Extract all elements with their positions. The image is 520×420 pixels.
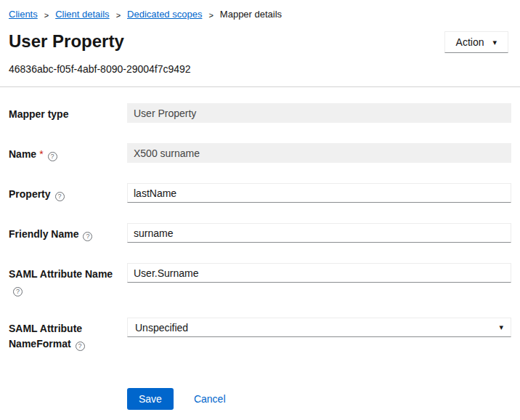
breadcrumb-link-dedicated-scopes[interactable]: Dedicated scopes [127, 9, 202, 20]
field-label: Friendly Name? [9, 223, 127, 242]
breadcrumb-link-clients[interactable]: Clients [9, 9, 38, 20]
help-icon[interactable]: ? [55, 192, 65, 201]
saml-attribute-name-input[interactable] [127, 263, 511, 283]
page-title: User Property [9, 31, 124, 52]
caret-down-icon: ▾ [499, 323, 503, 331]
help-icon[interactable]: ? [48, 152, 57, 161]
required-asterisk: * [39, 148, 43, 160]
breadcrumb-current-mapper-details: Mapper details [220, 9, 282, 20]
saml-attribute-nameformat-select[interactable]: Unspecified ▾ [127, 318, 511, 337]
form-field-mapper-type: Mapper type [9, 103, 511, 123]
field-label-text: Friendly Name [9, 228, 78, 240]
caret-down-icon: ▾ [492, 39, 497, 47]
action-menu-label: Action [456, 36, 484, 48]
page-header: User Property Action ▾ [0, 27, 520, 53]
breadcrumb: Clients > Client details > Dedicated sco… [0, 0, 520, 27]
mapper-id: 46836abc-f05f-4abf-8090-29004f7c9492 [0, 53, 520, 75]
breadcrumb-link-client-details[interactable]: Client details [55, 9, 109, 20]
form-field-saml-attribute-name: SAML Attribute Name? [9, 263, 511, 297]
field-label-text: Property [9, 188, 51, 200]
breadcrumb-separator-icon: > [116, 11, 121, 20]
help-icon[interactable]: ? [13, 287, 23, 296]
form-field-name: Name*? [9, 143, 511, 163]
field-label: SAML Attribute NameFormat? [9, 318, 127, 352]
field-label-text: Mapper type [9, 108, 68, 120]
cancel-button[interactable]: Cancel [194, 393, 226, 405]
property-input[interactable] [127, 183, 511, 203]
field-label: Mapper type [9, 103, 127, 122]
help-icon[interactable]: ? [83, 232, 92, 241]
help-icon[interactable]: ? [76, 342, 85, 351]
field-label-text: Name [9, 148, 36, 160]
field-label-text: SAML Attribute NameFormat [9, 323, 82, 350]
save-button[interactable]: Save [127, 388, 174, 410]
breadcrumb-separator-icon: > [208, 11, 213, 20]
mapper-type-input[interactable] [127, 103, 511, 123]
form-actions: Save Cancel [127, 388, 511, 420]
form-field-property: Property? [9, 183, 511, 203]
form-field-friendly-name: Friendly Name? [9, 223, 511, 243]
field-label: Property? [9, 183, 127, 202]
form-field-saml-attribute-nameformat: SAML Attribute NameFormat? Unspecified ▾ [9, 318, 511, 352]
breadcrumb-separator-icon: > [44, 11, 49, 20]
action-menu-button[interactable]: Action ▾ [444, 31, 508, 53]
name-input[interactable] [127, 143, 511, 163]
select-selected-value: Unspecified [135, 322, 188, 334]
field-label-text: SAML Attribute Name [9, 268, 113, 280]
field-label: SAML Attribute Name? [9, 263, 127, 297]
field-label: Name*? [9, 143, 127, 162]
friendly-name-input[interactable] [127, 223, 511, 243]
mapper-details-form: Mapper type Name*? Property? Friendly Na… [0, 87, 520, 420]
